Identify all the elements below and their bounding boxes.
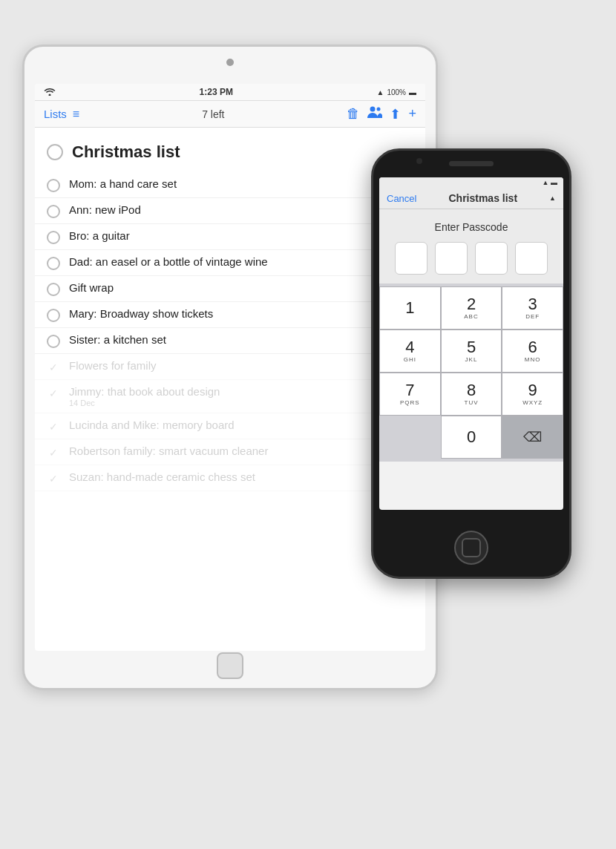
trash-button[interactable]: 🗑 <box>347 106 360 122</box>
list-item[interactable]: Mom: a hand care set <box>35 172 425 198</box>
tablet-items: Mom: a hand care setAnn: new iPodBro: a … <box>35 172 425 491</box>
navbar-left: Lists ≡ <box>44 108 79 121</box>
passcode-section: Enter Passcode <box>379 209 563 283</box>
battery-icon: ▬ <box>409 88 416 96</box>
item-text: Bro: a guitar <box>69 229 130 243</box>
item-circle: ✓ <box>47 387 60 400</box>
item-circle <box>47 257 60 270</box>
phone-nav-title: Christmas list <box>448 192 517 204</box>
keypad-row: 0⌫ <box>379 416 563 459</box>
key-button[interactable] <box>379 416 441 459</box>
phone-battery-icon: ▲ ▬ <box>543 179 557 186</box>
phone-screen: ▲ ▬ Cancel Christmas list ▲ Enter Passco… <box>379 177 563 510</box>
navbar-right: 🗑 ⬆ + <box>347 105 416 122</box>
key-button[interactable]: 4GHI <box>379 330 441 373</box>
passcode-box-3 <box>475 242 508 275</box>
key-number: 7 <box>405 382 414 399</box>
svg-point-1 <box>377 108 381 111</box>
item-text: Mary: Broadway show tickets <box>69 307 213 321</box>
tablet-navbar: Lists ≡ 7 left 🗑 ⬆ + <box>35 101 425 128</box>
cancel-button[interactable]: Cancel <box>387 193 416 204</box>
list-item[interactable]: ✓Flowers for family <box>35 354 425 380</box>
item-circle: ✓ <box>47 472 60 485</box>
item-circle: ✓ <box>47 446 60 459</box>
key-button[interactable]: 1 <box>379 286 441 330</box>
list-item[interactable]: Gift wrap <box>35 276 425 302</box>
key-button[interactable]: 0 <box>441 416 502 459</box>
list-item[interactable]: Ann: new iPod <box>35 198 425 224</box>
item-text: Dad: an easel or a bottle of vintage win… <box>69 255 268 269</box>
key-button[interactable]: 3DEF <box>502 286 563 330</box>
key-letters: WXYZ <box>522 399 543 406</box>
item-circle <box>47 179 60 192</box>
key-letters: DEF <box>525 313 540 320</box>
item-text: Suzan: hand-made ceramic chess set <box>69 471 255 484</box>
tablet-statusbar: 1:23 PM ▲ 100% ▬ <box>35 84 425 101</box>
items-count: 7 left <box>202 108 224 120</box>
keypad: 12ABC3DEF4GHI5JKL6MNO7PQRS8TUV9WXYZ0⌫ <box>379 283 563 462</box>
item-text: Robertson family: smart vacuum cleaner <box>69 445 268 458</box>
item-text: Jimmy: that book about design14 Dec <box>69 385 220 407</box>
list-item[interactable]: ✓Jimmy: that book about design14 Dec <box>35 380 425 413</box>
item-text: Flowers for family <box>69 359 157 373</box>
item-text: Lucinda and Mike: memory board <box>69 419 235 432</box>
item-circle <box>47 283 60 296</box>
key-letters: MNO <box>525 356 541 363</box>
key-button[interactable]: 8TUV <box>441 373 502 416</box>
item-circle: ✓ <box>47 420 60 433</box>
key-button[interactable]: 2ABC <box>441 286 502 330</box>
list-item[interactable]: Dad: an easel or a bottle of vintage win… <box>35 250 425 276</box>
passcode-box-2 <box>435 242 468 275</box>
key-number: 6 <box>528 339 537 355</box>
key-number: 8 <box>467 382 476 399</box>
key-letters: TUV <box>465 399 479 406</box>
wifi-icon <box>44 87 56 97</box>
item-text: Ann: new iPod <box>69 203 141 217</box>
item-circle <box>47 231 60 244</box>
item-text: Sister: a kitchen set <box>69 333 166 347</box>
key-button[interactable]: 9WXYZ <box>502 373 563 416</box>
key-button[interactable]: ⌫ <box>502 416 563 459</box>
list-title-circle <box>47 144 63 160</box>
lists-button[interactable]: Lists <box>44 108 67 120</box>
add-button[interactable]: + <box>408 106 416 122</box>
menu-icon[interactable]: ≡ <box>73 108 79 121</box>
list-item[interactable]: ✓Suzan: hand-made ceramic chess set <box>35 465 425 491</box>
people-button[interactable] <box>367 105 382 122</box>
key-number: 4 <box>405 339 414 355</box>
list-item[interactable]: Bro: a guitar <box>35 224 425 250</box>
key-button[interactable]: 7PQRS <box>379 373 441 416</box>
tablet-camera <box>226 59 234 66</box>
key-number: 1 <box>405 300 414 316</box>
phone-signal-icon: ▲ <box>549 194 556 202</box>
key-number: 3 <box>528 296 537 312</box>
list-item[interactable]: ✓Robertson family: smart vacuum cleaner <box>35 439 425 465</box>
status-right: ▲ 100% ▬ <box>377 88 416 96</box>
phone-camera <box>416 158 422 164</box>
passcode-boxes <box>387 242 556 275</box>
passcode-box-1 <box>395 242 427 275</box>
tablet-home-button[interactable] <box>217 652 243 679</box>
key-letters: ABC <box>464 313 478 320</box>
phone-statusbar: ▲ ▬ <box>379 177 563 188</box>
item-circle <box>47 309 60 322</box>
delete-icon: ⌫ <box>523 429 542 445</box>
passcode-box-4 <box>515 242 548 275</box>
keypad-row: 12ABC3DEF <box>379 286 563 330</box>
passcode-label: Enter Passcode <box>387 221 556 233</box>
list-item[interactable]: Sister: a kitchen set <box>35 328 425 354</box>
tablet-screen: 1:23 PM ▲ 100% ▬ Lists ≡ 7 left 🗑 <box>35 84 425 651</box>
key-button[interactable]: 5JKL <box>441 330 502 373</box>
share-button[interactable]: ⬆ <box>390 106 401 122</box>
key-number: 9 <box>528 382 537 399</box>
svg-point-0 <box>370 107 376 112</box>
key-button[interactable]: 6MNO <box>502 330 563 373</box>
status-time: 1:23 PM <box>200 87 233 97</box>
list-item[interactable]: Mary: Broadway show tickets <box>35 302 425 328</box>
navbar-center: 7 left <box>79 108 347 120</box>
list-title-row: Christmas list <box>35 137 425 172</box>
key-letters: JKL <box>465 356 478 363</box>
phone-home-button[interactable] <box>454 531 488 565</box>
key-number: 0 <box>467 429 476 445</box>
list-item[interactable]: ✓Lucinda and Mike: memory board <box>35 413 425 439</box>
